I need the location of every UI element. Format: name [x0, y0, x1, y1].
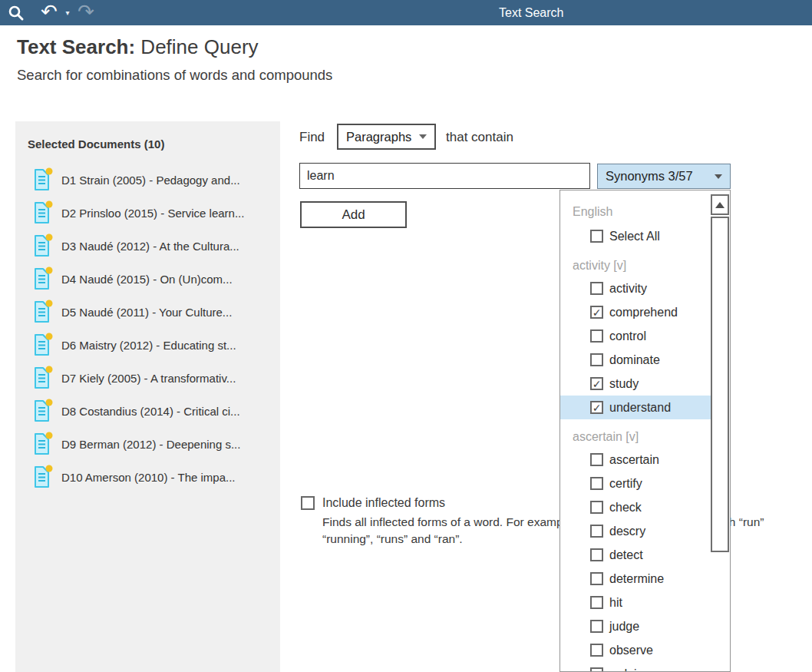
checkbox[interactable]: ✓	[590, 620, 603, 633]
checkbox[interactable]: ✓	[590, 596, 603, 609]
chevron-down-icon	[715, 174, 722, 179]
page-title: Text Search: Define Query	[17, 35, 259, 59]
document-label: D2 Prinsloo (2015) - Service learn...	[61, 207, 244, 220]
document-label: D5 Naudé (2011) - Your Culture...	[61, 306, 232, 319]
redo-button: ↷	[74, 0, 98, 25]
checkbox[interactable]: ✓	[590, 401, 603, 414]
checkbox[interactable]: ✓	[590, 453, 603, 466]
checkbox[interactable]: ✓	[590, 667, 603, 672]
synonym-option[interactable]: ✓ ascertain	[560, 448, 711, 472]
text-search-window: ↶ ▾ ↷ Text Search Text Search: Define Qu…	[0, 0, 812, 672]
page-title-strong: Text Search:	[17, 35, 135, 58]
synonym-option[interactable]: ✓ observe	[560, 638, 711, 662]
document-list-item[interactable]: D4 Naudé (2015) - On (Un)com...	[15, 263, 280, 296]
document-icon	[32, 300, 54, 325]
synonym-option[interactable]: ✓ understand	[560, 396, 711, 419]
document-icon	[32, 266, 54, 292]
scope-select[interactable]: Paragraphs	[337, 124, 436, 150]
document-label: D7 Kiely (2005) - A transformativ...	[61, 372, 236, 385]
synonyms-list: English ✓ Select All activity [v] ✓ acti…	[560, 190, 711, 672]
document-icon	[32, 233, 54, 259]
document-icon	[32, 333, 54, 358]
synonym-option[interactable]: ✓ comprehend	[560, 300, 711, 324]
document-icon	[32, 200, 54, 226]
document-icon	[32, 465, 54, 490]
find-label: Find	[299, 130, 325, 145]
synonym-option[interactable]: ✓ ordain	[560, 662, 711, 672]
synonym-option[interactable]: ✓ determine	[560, 567, 711, 591]
checkbox[interactable]: ✓	[590, 477, 603, 490]
synonym-option-select-all[interactable]: ✓ Select All	[560, 224, 711, 248]
document-label: D9 Berman (2012) - Deepening s...	[61, 438, 240, 451]
checkbox[interactable]: ✓	[590, 353, 603, 366]
checkbox[interactable]: ✓	[590, 525, 603, 538]
document-icon	[32, 167, 54, 193]
include-inflected-forms-label: Include inflected forms	[322, 496, 445, 510]
synonyms-dropdown-button[interactable]: Synonyms 3/57	[597, 164, 731, 189]
document-list: D1 Strain (2005) - Pedagogy and... D2 Pr…	[15, 164, 280, 494]
chevron-down-icon	[419, 134, 427, 139]
checkbox[interactable]: ✓	[590, 306, 603, 319]
page-subtitle: Search for combinations of words and com…	[17, 67, 332, 84]
document-list-item[interactable]: D10 Amerson (2010) - The impa...	[15, 461, 280, 494]
selected-documents-heading: Selected Documents (10)	[28, 137, 164, 151]
synonym-option[interactable]: ✓ activity	[560, 276, 711, 300]
undo-dropdown-caret-icon[interactable]: ▾	[62, 0, 73, 25]
synonyms-button-label: Synonyms 3/57	[606, 169, 693, 184]
document-label: D8 Costandius (2014) - Critical ci...	[61, 405, 240, 418]
title-bar: ↶ ▾ ↷ Text Search	[0, 0, 812, 25]
synonym-option[interactable]: ✓ detect	[560, 543, 711, 567]
search-term-input[interactable]	[299, 163, 590, 189]
synonym-option[interactable]: ✓ check	[560, 495, 711, 519]
document-label: D10 Amerson (2010) - The impa...	[61, 471, 236, 484]
search-icon	[5, 0, 28, 25]
synonym-option[interactable]: ✓ hit	[560, 591, 711, 614]
checkbox[interactable]: ✓	[590, 644, 603, 657]
checkbox[interactable]: ✓	[590, 572, 603, 585]
checkbox[interactable]: ✓	[590, 501, 603, 514]
include-inflected-forms-checkbox[interactable]: ✓	[301, 496, 315, 510]
document-icon	[32, 432, 54, 457]
document-list-item[interactable]: D7 Kiely (2005) - A transformativ...	[15, 362, 280, 395]
document-list-item[interactable]: D8 Costandius (2014) - Critical ci...	[15, 395, 280, 428]
synonym-option[interactable]: ✓ descry	[560, 519, 711, 543]
synonym-option[interactable]: ✓ control	[560, 324, 711, 348]
document-label: D1 Strain (2005) - Pedagogy and...	[61, 174, 240, 187]
page-title-light: Define Query	[135, 35, 258, 58]
document-list-item[interactable]: D2 Prinsloo (2015) - Service learn...	[15, 197, 280, 230]
checkbox[interactable]: ✓	[590, 548, 603, 561]
synonyms-dropdown-panel: English ✓ Select All activity [v] ✓ acti…	[559, 190, 731, 672]
document-list-item[interactable]: D1 Strain (2005) - Pedagogy and...	[15, 164, 280, 197]
document-label: D3 Naudé (2012) - At the Cultura...	[61, 240, 239, 253]
document-label: D6 Maistry (2012) - Educating st...	[61, 339, 236, 352]
selected-documents-panel: Selected Documents (10) D1 Strain (2005)…	[15, 121, 280, 672]
document-label: D4 Naudé (2015) - On (Un)com...	[61, 273, 233, 286]
arrow-up-icon	[715, 202, 725, 208]
synonym-option[interactable]: ✓ dominate	[560, 348, 711, 372]
synonym-group-header: ascertain [v]	[560, 419, 711, 448]
scrollbar-thumb[interactable]	[711, 217, 729, 552]
checkbox[interactable]: ✓	[590, 329, 603, 343]
language-group-header: English	[560, 200, 711, 224]
document-list-item[interactable]: D5 Naudé (2011) - Your Culture...	[15, 296, 280, 329]
window-title: Text Search	[499, 0, 563, 25]
document-icon	[32, 366, 54, 391]
synonym-option[interactable]: ✓ study	[560, 372, 711, 396]
checkbox[interactable]: ✓	[590, 230, 603, 243]
checkbox[interactable]: ✓	[590, 282, 603, 295]
document-list-item[interactable]: D3 Naudé (2012) - At the Cultura...	[15, 230, 280, 263]
synonym-option[interactable]: ✓ certify	[560, 472, 711, 495]
document-icon	[32, 399, 54, 424]
undo-button[interactable]: ↶	[37, 0, 61, 25]
checkbox[interactable]: ✓	[590, 377, 603, 390]
scope-select-value: Paragraphs	[346, 130, 411, 144]
document-list-item[interactable]: D6 Maistry (2012) - Educating st...	[15, 329, 280, 362]
synonym-group-header: activity [v]	[560, 248, 711, 276]
add-button[interactable]: Add	[300, 201, 407, 228]
scrollbar-up-button[interactable]	[711, 194, 729, 215]
that-contain-label: that contain	[446, 130, 513, 145]
synonym-option[interactable]: ✓ judge	[560, 614, 711, 638]
document-list-item[interactable]: D9 Berman (2012) - Deepening s...	[15, 428, 280, 461]
